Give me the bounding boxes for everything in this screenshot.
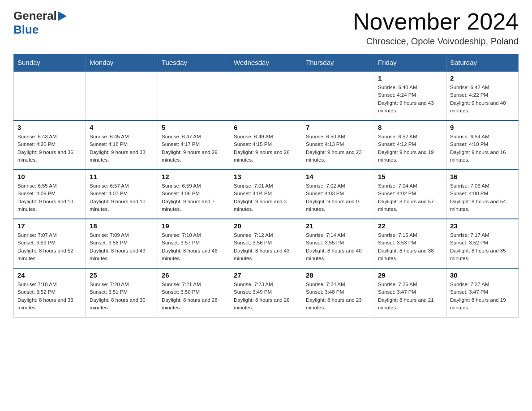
day-number: 21 bbox=[306, 222, 370, 230]
calendar-cell: 22Sunrise: 7:15 AM Sunset: 3:53 PM Dayli… bbox=[374, 219, 446, 268]
day-info: Sunrise: 6:49 AM Sunset: 4:15 PM Dayligh… bbox=[234, 133, 298, 164]
day-info: Sunrise: 7:10 AM Sunset: 3:57 PM Dayligh… bbox=[162, 231, 226, 262]
calendar-cell: 24Sunrise: 7:18 AM Sunset: 3:52 PM Dayli… bbox=[14, 268, 86, 317]
calendar-cell: 4Sunrise: 6:45 AM Sunset: 4:18 PM Daylig… bbox=[86, 120, 158, 170]
calendar-cell bbox=[158, 71, 230, 120]
day-number: 29 bbox=[378, 271, 442, 279]
day-info: Sunrise: 7:17 AM Sunset: 3:52 PM Dayligh… bbox=[450, 231, 515, 262]
calendar-cell: 12Sunrise: 6:59 AM Sunset: 4:06 PM Dayli… bbox=[158, 170, 230, 219]
calendar-week-row: 10Sunrise: 6:55 AM Sunset: 4:09 PM Dayli… bbox=[14, 170, 519, 219]
calendar-cell: 30Sunrise: 7:27 AM Sunset: 3:47 PM Dayli… bbox=[446, 268, 519, 317]
column-header-monday: Monday bbox=[86, 54, 158, 72]
calendar-cell: 18Sunrise: 7:09 AM Sunset: 3:58 PM Dayli… bbox=[86, 219, 158, 268]
day-info: Sunrise: 7:04 AM Sunset: 4:02 PM Dayligh… bbox=[378, 182, 442, 213]
day-info: Sunrise: 7:01 AM Sunset: 4:04 PM Dayligh… bbox=[234, 182, 298, 213]
day-number: 14 bbox=[306, 173, 370, 180]
day-info: Sunrise: 6:57 AM Sunset: 4:07 PM Dayligh… bbox=[90, 182, 154, 213]
calendar-cell: 3Sunrise: 6:43 AM Sunset: 4:20 PM Daylig… bbox=[14, 120, 86, 170]
calendar-cell: 2Sunrise: 6:42 AM Sunset: 4:22 PM Daylig… bbox=[446, 71, 519, 120]
day-number: 6 bbox=[234, 124, 298, 131]
day-info: Sunrise: 6:42 AM Sunset: 4:22 PM Dayligh… bbox=[450, 84, 515, 115]
calendar-week-row: 3Sunrise: 6:43 AM Sunset: 4:20 PM Daylig… bbox=[14, 120, 519, 170]
column-header-tuesday: Tuesday bbox=[158, 54, 230, 72]
day-info: Sunrise: 7:23 AM Sunset: 3:49 PM Dayligh… bbox=[234, 281, 298, 312]
calendar-cell: 20Sunrise: 7:12 AM Sunset: 3:56 PM Dayli… bbox=[230, 219, 302, 268]
calendar-week-row: 24Sunrise: 7:18 AM Sunset: 3:52 PM Dayli… bbox=[14, 268, 519, 317]
title-area: November 2024 Chroscice, Opole Voivodesh… bbox=[353, 9, 519, 47]
day-number: 9 bbox=[450, 124, 515, 131]
calendar-cell: 27Sunrise: 7:23 AM Sunset: 3:49 PM Dayli… bbox=[230, 268, 302, 317]
day-info: Sunrise: 6:52 AM Sunset: 4:12 PM Dayligh… bbox=[378, 133, 442, 164]
calendar-week-row: 1Sunrise: 6:40 AM Sunset: 4:24 PM Daylig… bbox=[14, 71, 519, 120]
day-info: Sunrise: 6:55 AM Sunset: 4:09 PM Dayligh… bbox=[17, 182, 82, 213]
calendar-cell: 10Sunrise: 6:55 AM Sunset: 4:09 PM Dayli… bbox=[14, 170, 86, 219]
logo-arrow-icon bbox=[58, 11, 67, 23]
day-info: Sunrise: 6:43 AM Sunset: 4:20 PM Dayligh… bbox=[17, 133, 82, 164]
calendar-cell bbox=[302, 71, 374, 120]
day-number: 26 bbox=[162, 271, 226, 279]
day-number: 4 bbox=[90, 124, 154, 131]
calendar-cell: 21Sunrise: 7:14 AM Sunset: 3:55 PM Dayli… bbox=[302, 219, 374, 268]
calendar-cell: 26Sunrise: 7:21 AM Sunset: 3:50 PM Dayli… bbox=[158, 268, 230, 317]
calendar-cell: 19Sunrise: 7:10 AM Sunset: 3:57 PM Dayli… bbox=[158, 219, 230, 268]
day-number: 15 bbox=[378, 173, 442, 180]
day-info: Sunrise: 6:54 AM Sunset: 4:10 PM Dayligh… bbox=[450, 133, 515, 164]
calendar-cell: 15Sunrise: 7:04 AM Sunset: 4:02 PM Dayli… bbox=[374, 170, 446, 219]
logo-blue-text: Blue bbox=[13, 23, 39, 36]
logo-general-text: General bbox=[13, 9, 57, 23]
day-info: Sunrise: 6:59 AM Sunset: 4:06 PM Dayligh… bbox=[162, 182, 226, 213]
calendar-cell: 13Sunrise: 7:01 AM Sunset: 4:04 PM Dayli… bbox=[230, 170, 302, 219]
day-number: 28 bbox=[306, 271, 370, 279]
day-number: 10 bbox=[17, 173, 82, 180]
calendar-cell: 29Sunrise: 7:26 AM Sunset: 3:47 PM Dayli… bbox=[374, 268, 446, 317]
logo: General Blue bbox=[13, 9, 67, 37]
calendar-title: November 2024 bbox=[353, 9, 519, 34]
calendar-cell: 23Sunrise: 7:17 AM Sunset: 3:52 PM Dayli… bbox=[446, 219, 519, 268]
day-info: Sunrise: 7:12 AM Sunset: 3:56 PM Dayligh… bbox=[234, 231, 298, 262]
calendar-table: SundayMondayTuesdayWednesdayThursdayFrid… bbox=[13, 54, 519, 318]
calendar-cell: 7Sunrise: 6:50 AM Sunset: 4:13 PM Daylig… bbox=[302, 120, 374, 170]
calendar-cell bbox=[14, 71, 86, 120]
day-number: 27 bbox=[234, 271, 298, 279]
day-info: Sunrise: 6:47 AM Sunset: 4:17 PM Dayligh… bbox=[162, 133, 226, 164]
calendar-subtitle: Chroscice, Opole Voivodeship, Poland bbox=[353, 36, 519, 47]
day-number: 24 bbox=[17, 271, 82, 279]
day-info: Sunrise: 7:07 AM Sunset: 3:59 PM Dayligh… bbox=[17, 231, 82, 262]
day-number: 18 bbox=[90, 222, 154, 230]
column-header-sunday: Sunday bbox=[14, 54, 86, 72]
column-header-wednesday: Wednesday bbox=[230, 54, 302, 72]
calendar-cell bbox=[86, 71, 158, 120]
day-number: 17 bbox=[17, 222, 82, 230]
calendar-header-row: SundayMondayTuesdayWednesdayThursdayFrid… bbox=[14, 54, 519, 72]
day-number: 5 bbox=[162, 124, 226, 131]
calendar-cell: 1Sunrise: 6:40 AM Sunset: 4:24 PM Daylig… bbox=[374, 71, 446, 120]
calendar-week-row: 17Sunrise: 7:07 AM Sunset: 3:59 PM Dayli… bbox=[14, 219, 519, 268]
day-number: 30 bbox=[450, 271, 515, 279]
day-number: 11 bbox=[90, 173, 154, 180]
calendar-cell: 17Sunrise: 7:07 AM Sunset: 3:59 PM Dayli… bbox=[14, 219, 86, 268]
day-info: Sunrise: 7:26 AM Sunset: 3:47 PM Dayligh… bbox=[378, 281, 442, 312]
svg-marker-0 bbox=[58, 11, 67, 21]
day-info: Sunrise: 7:02 AM Sunset: 4:03 PM Dayligh… bbox=[306, 182, 370, 213]
day-number: 22 bbox=[378, 222, 442, 230]
day-number: 19 bbox=[162, 222, 226, 230]
day-info: Sunrise: 7:20 AM Sunset: 3:51 PM Dayligh… bbox=[90, 281, 154, 312]
day-info: Sunrise: 7:18 AM Sunset: 3:52 PM Dayligh… bbox=[17, 281, 82, 312]
day-number: 8 bbox=[378, 124, 442, 131]
calendar-cell: 6Sunrise: 6:49 AM Sunset: 4:15 PM Daylig… bbox=[230, 120, 302, 170]
column-header-thursday: Thursday bbox=[302, 54, 374, 72]
day-number: 2 bbox=[450, 74, 515, 82]
day-info: Sunrise: 7:27 AM Sunset: 3:47 PM Dayligh… bbox=[450, 281, 515, 312]
day-info: Sunrise: 7:21 AM Sunset: 3:50 PM Dayligh… bbox=[162, 281, 226, 312]
day-number: 7 bbox=[306, 124, 370, 131]
day-number: 13 bbox=[234, 173, 298, 180]
day-number: 25 bbox=[90, 271, 154, 279]
calendar-cell: 28Sunrise: 7:24 AM Sunset: 3:48 PM Dayli… bbox=[302, 268, 374, 317]
day-number: 20 bbox=[234, 222, 298, 230]
day-info: Sunrise: 7:24 AM Sunset: 3:48 PM Dayligh… bbox=[306, 281, 370, 312]
calendar-cell bbox=[230, 71, 302, 120]
page-header: General Blue November 2024 Chroscice, Op… bbox=[13, 9, 519, 47]
calendar-cell: 11Sunrise: 6:57 AM Sunset: 4:07 PM Dayli… bbox=[86, 170, 158, 219]
calendar-cell: 5Sunrise: 6:47 AM Sunset: 4:17 PM Daylig… bbox=[158, 120, 230, 170]
day-number: 1 bbox=[378, 74, 442, 82]
